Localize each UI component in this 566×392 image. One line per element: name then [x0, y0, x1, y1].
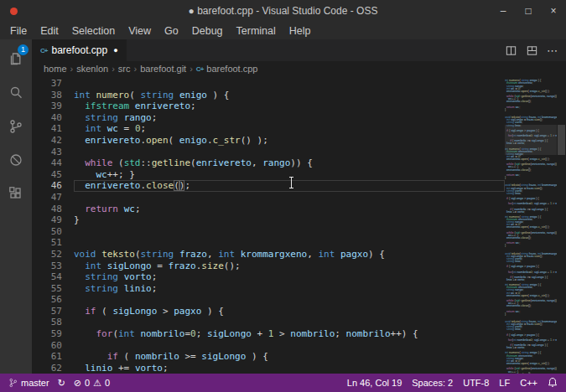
- eol-status[interactable]: LF: [499, 378, 510, 388]
- code-line[interactable]: if ( sigLongo > pagxo ) {: [74, 306, 505, 317]
- more-actions-icon[interactable]: ⋯: [547, 44, 558, 57]
- line-number[interactable]: 45: [32, 169, 62, 181]
- breadcrumb-barefoot-cpp[interactable]: barefoot.cpp: [206, 64, 257, 74]
- explorer-icon[interactable]: 1: [0, 43, 32, 76]
- breadcrumb-src[interactable]: src: [118, 64, 131, 74]
- debug-icon[interactable]: [0, 143, 32, 177]
- encoding-status[interactable]: UTF-8: [463, 378, 489, 388]
- line-number[interactable]: 49: [32, 214, 62, 226]
- code-line[interactable]: for(int nombrilo=0; sigLongo + 1 > nombr…: [505, 202, 557, 204]
- menu-edit[interactable]: Edit: [34, 25, 65, 37]
- scrollbar-thumb[interactable]: [558, 125, 565, 155]
- code-line[interactable]: }: [74, 214, 505, 226]
- extensions-icon[interactable]: [0, 177, 32, 210]
- branch-status[interactable]: master: [8, 378, 49, 388]
- line-number[interactable]: 48: [32, 204, 62, 215]
- tab-barefoot-cpp[interactable]: C+ barefoot.cpp ●: [32, 39, 127, 61]
- code-line[interactable]: enrivereto.open( enigo.c_str() );: [505, 157, 557, 160]
- code-line[interactable]: enrivereto.close();: [74, 180, 505, 192]
- line-number[interactable]: 37: [32, 78, 62, 90]
- code-line[interactable]: int numero( string enigo ) {: [74, 90, 505, 101]
- source-control-icon[interactable]: [0, 110, 32, 143]
- menu-debug[interactable]: Debug: [185, 25, 230, 37]
- line-number[interactable]: 51: [32, 237, 62, 249]
- cursor-position-status[interactable]: Ln 46, Col 19: [347, 378, 402, 388]
- menu-selection[interactable]: Selection: [65, 25, 122, 37]
- code-line[interactable]: for(int nombrilo=0; sigLongo + 1 > nombr…: [505, 270, 557, 272]
- maximize-button[interactable]: □: [516, 5, 541, 17]
- sync-button[interactable]: ↻: [58, 378, 65, 389]
- code-area[interactable]: int numero( string enigo ) { ifstream en…: [69, 76, 505, 374]
- line-number[interactable]: 54: [32, 271, 62, 283]
- language-mode-status[interactable]: C++: [520, 378, 537, 388]
- code-line[interactable]: wc++; }: [74, 169, 505, 181]
- line-number[interactable]: 60: [32, 340, 62, 352]
- code-line[interactable]: [74, 340, 505, 352]
- code-line[interactable]: [74, 237, 505, 249]
- modified-dot-icon[interactable]: ●: [113, 46, 117, 54]
- code-line[interactable]: enrivereto.open( enigo.c_str() );: [505, 294, 557, 297]
- line-number[interactable]: 50: [32, 226, 62, 238]
- line-number[interactable]: 38: [32, 90, 62, 101]
- breadcrumb-barefoot-git[interactable]: barefoot.git: [140, 64, 186, 74]
- line-number[interactable]: 58: [32, 317, 62, 328]
- code-line[interactable]: [74, 294, 505, 306]
- code-line[interactable]: string rango;: [74, 112, 505, 124]
- line-number[interactable]: 61: [32, 351, 62, 363]
- code-line[interactable]: enrivereto.close();: [505, 372, 557, 374]
- code-line[interactable]: ifstream enrivereto;: [74, 101, 505, 112]
- line-number[interactable]: 42: [32, 135, 62, 147]
- line-number[interactable]: 53: [32, 260, 62, 272]
- split-editor-icon[interactable]: [505, 44, 517, 57]
- code-line[interactable]: [74, 192, 505, 204]
- minimap-slider[interactable]: [505, 125, 557, 155]
- vertical-scrollbar[interactable]: [557, 76, 566, 374]
- code-line[interactable]: while (std::getline(enrivereto, rango)) …: [74, 157, 505, 169]
- line-number[interactable]: 55: [32, 283, 62, 295]
- menu-terminal[interactable]: Terminal: [230, 25, 283, 37]
- code-line[interactable]: string linio;: [74, 283, 505, 295]
- line-number[interactable]: 41: [32, 123, 62, 135]
- code-line[interactable]: enrivereto.open( enigo.c_str() );: [505, 362, 557, 364]
- menu-file[interactable]: File: [3, 25, 34, 37]
- code-line[interactable]: enrivereto.open( enigo.c_str() );: [505, 225, 557, 228]
- code-line[interactable]: int wc = 0;: [74, 123, 505, 135]
- minimap[interactable]: int numero( string enigo ) { ifstream en…: [505, 76, 557, 374]
- search-icon[interactable]: [0, 76, 32, 110]
- code-line[interactable]: enrivereto.open( enigo.c_str() );: [505, 90, 557, 92]
- line-number[interactable]: 57: [32, 306, 62, 317]
- code-line[interactable]: int sigLongo = frazo.size();: [74, 260, 505, 272]
- minimize-button[interactable]: –: [491, 5, 516, 17]
- code-line[interactable]: return wc;: [74, 204, 505, 215]
- code-line[interactable]: enrivereto.open( enigo.c_str() );: [74, 135, 505, 147]
- code-line[interactable]: void teksto(string frazo, int krommargxe…: [74, 249, 505, 260]
- line-number[interactable]: 62: [32, 363, 62, 374]
- code-line[interactable]: [74, 78, 505, 90]
- line-number[interactable]: 47: [32, 192, 62, 204]
- code-line[interactable]: linio += vorto;: [74, 363, 505, 374]
- line-number[interactable]: 44: [32, 157, 62, 169]
- breadcrumb-skenlon[interactable]: skenlon: [76, 64, 108, 74]
- notifications-bell-icon[interactable]: [548, 377, 558, 389]
- code-line[interactable]: for(int nombrilo=0; sigLongo + 1 > nombr…: [74, 328, 505, 340]
- line-number[interactable]: 39: [32, 101, 62, 112]
- code-line[interactable]: [74, 147, 505, 158]
- line-number[interactable]: 59: [32, 328, 62, 340]
- line-number[interactable]: 52: [32, 249, 62, 260]
- code-line[interactable]: if ( nombrilo >= sigLongo ) {: [74, 351, 505, 363]
- code-line[interactable]: for(int nombrilo=0; sigLongo + 1 > nombr…: [505, 338, 557, 341]
- menu-view[interactable]: View: [122, 25, 158, 37]
- code-line[interactable]: [74, 226, 505, 238]
- code-line[interactable]: string vorto;: [74, 271, 505, 283]
- menu-go[interactable]: Go: [158, 25, 185, 37]
- line-number[interactable]: 40: [32, 112, 62, 124]
- breadcrumb-home[interactable]: home: [44, 64, 67, 74]
- problems-status[interactable]: ⊘ 0 ⚠ 0: [74, 378, 110, 389]
- line-number[interactable]: 46: [32, 180, 62, 192]
- line-number[interactable]: 56: [32, 294, 62, 306]
- menu-help[interactable]: Help: [283, 25, 318, 37]
- code-line[interactable]: [74, 317, 505, 328]
- line-number[interactable]: 43: [32, 147, 62, 158]
- editor-layout-icon[interactable]: [526, 44, 538, 57]
- indentation-status[interactable]: Spaces: 2: [412, 378, 453, 388]
